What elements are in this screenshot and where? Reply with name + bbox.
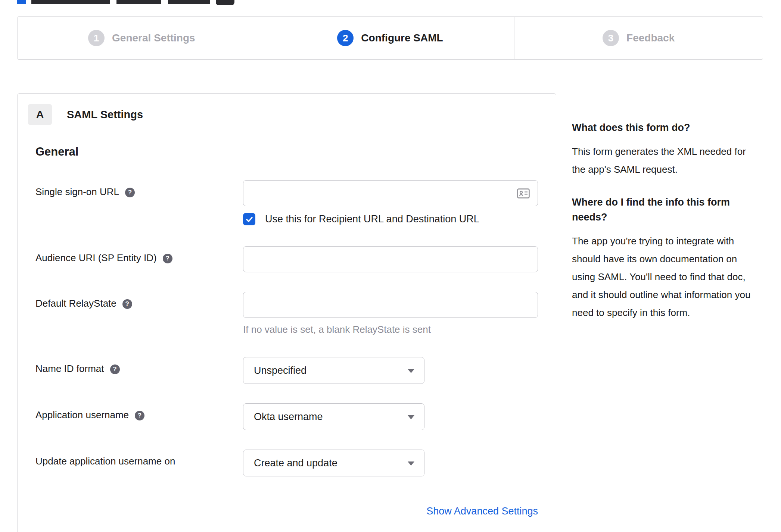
sso-url-label: Single sign-on URL (35, 186, 119, 198)
contact-card-icon[interactable] (517, 188, 530, 198)
app-username-label: Application username (35, 409, 129, 421)
relaystate-label: Default RelayState (35, 298, 116, 309)
relaystate-help-icon[interactable]: ? (122, 299, 132, 309)
update-username-select[interactable]: Create and update (243, 450, 424, 476)
audience-uri-control (243, 246, 538, 272)
saml-wizard-page: 1 General Settings 2 Configure SAML 3 Fe… (0, 0, 781, 532)
sso-url-input[interactable] (243, 180, 538, 206)
step-2-label: Configure SAML (361, 32, 443, 44)
sso-recipient-checkbox-row: Use this for Recipient URL and Destinati… (243, 213, 538, 225)
app-username-select[interactable]: Okta username (243, 403, 424, 430)
step-1-label: General Settings (112, 32, 195, 44)
clipped-title-fragment (31, 0, 110, 4)
sso-url-help-icon[interactable]: ? (125, 188, 135, 197)
app-username-value: Okta username (254, 411, 323, 423)
app-username-control: Okta username (243, 403, 538, 430)
nameid-format-select[interactable]: Unspecified (243, 357, 424, 384)
help-answer-2: The app you're trying to integrate with … (572, 232, 762, 322)
sso-url-label-group: Single sign-on URL ? (35, 180, 243, 198)
general-section-title: General (35, 145, 538, 159)
chevron-down-icon (408, 461, 414, 466)
saml-settings-title: SAML Settings (67, 109, 143, 121)
recipient-url-checkbox[interactable] (243, 213, 255, 225)
update-username-label: Update application username on (35, 456, 175, 467)
saml-settings-header: A SAML Settings (28, 104, 538, 125)
wizard-stepper: 1 General Settings 2 Configure SAML 3 Fe… (17, 16, 763, 60)
audience-uri-label-group: Audience URI (SP Entity ID) ? (35, 246, 243, 264)
clipped-logo-fragment (17, 0, 26, 4)
clipped-title-fragment (168, 0, 210, 4)
sso-url-control: Use this for Recipient URL and Destinati… (243, 180, 538, 225)
clipped-title-fragment (116, 0, 161, 4)
step-feedback[interactable]: 3 Feedback (514, 17, 763, 59)
nameid-format-row: Name ID format ? Unspecified (35, 357, 538, 384)
chevron-down-icon (408, 415, 414, 419)
audience-uri-label: Audience URI (SP Entity ID) (35, 252, 157, 264)
advanced-settings-row: Show Advanced Settings (35, 506, 538, 517)
update-username-label-group: Update application username on (35, 450, 243, 467)
nameid-format-help-icon[interactable]: ? (110, 364, 120, 374)
relaystate-hint: If no value is set, a blank RelayState i… (243, 324, 538, 335)
nameid-format-value: Unspecified (254, 365, 307, 376)
audience-uri-input-wrap (243, 246, 538, 272)
sso-url-row: Single sign-on URL ? (35, 180, 538, 225)
step-1-circle: 1 (88, 30, 105, 46)
audience-uri-input[interactable] (243, 246, 538, 272)
check-icon (245, 215, 253, 223)
step-2-circle: 2 (337, 30, 354, 46)
step-general-settings[interactable]: 1 General Settings (18, 17, 266, 59)
nameid-format-label: Name ID format (35, 363, 104, 375)
help-question-2: Where do I find the info this form needs… (572, 195, 762, 225)
step-configure-saml[interactable]: 2 Configure SAML (266, 17, 514, 59)
chevron-down-icon (408, 369, 414, 373)
update-username-value: Create and update (254, 457, 337, 469)
audience-uri-help-icon[interactable]: ? (163, 254, 172, 263)
recipient-url-checkbox-label[interactable]: Use this for Recipient URL and Destinati… (265, 213, 479, 225)
show-advanced-settings-link[interactable]: Show Advanced Settings (426, 506, 538, 517)
section-a-badge: A (28, 104, 52, 125)
sso-url-input-wrap (243, 180, 538, 206)
update-username-control: Create and update (243, 450, 538, 476)
saml-settings-card: A SAML Settings General Single sign-on U… (17, 93, 556, 532)
step-3-label: Feedback (626, 32, 675, 44)
app-username-label-group: Application username ? (35, 403, 243, 421)
help-sidebar: What does this form do? This form genera… (572, 120, 762, 322)
nameid-format-control: Unspecified (243, 357, 538, 384)
step-3-circle: 3 (603, 30, 619, 46)
app-username-row: Application username ? Okta username (35, 403, 538, 430)
nameid-format-label-group: Name ID format ? (35, 357, 243, 375)
relaystate-input[interactable] (243, 292, 538, 318)
app-username-help-icon[interactable]: ? (135, 411, 144, 420)
audience-uri-row: Audience URI (SP Entity ID) ? (35, 246, 538, 272)
relaystate-input-wrap (243, 292, 538, 318)
clipped-icon-fragment (216, 0, 234, 5)
update-username-row: Update application username on Create an… (35, 450, 538, 476)
relaystate-control: If no value is set, a blank RelayState i… (243, 292, 538, 335)
help-question-1: What does this form do? (572, 120, 762, 135)
relaystate-row: Default RelayState ? If no value is set,… (35, 292, 538, 335)
help-answer-1: This form generates the XML needed for t… (572, 143, 762, 178)
relaystate-label-group: Default RelayState ? (35, 292, 243, 309)
